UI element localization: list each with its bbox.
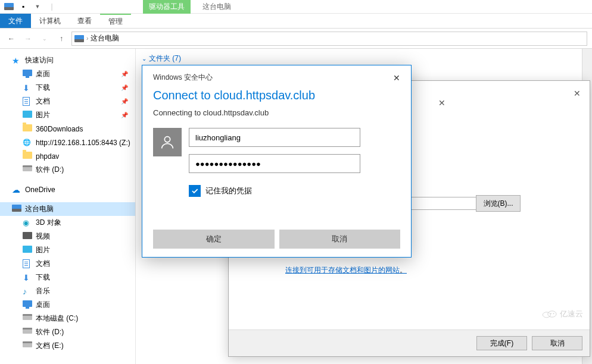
close-icon[interactable]: ✕ [393, 73, 400, 83]
user-avatar-icon [153, 128, 182, 156]
credentials-dialog: Windows 安全中心 ✕ Connect to cloud.httpsdav… [142, 65, 412, 258]
pin-icon: 📌 [121, 98, 128, 105]
address-bar-row: ← → ⌄ ↑ › 这台电脑 [0, 29, 592, 49]
window-title: 这台电脑 [202, 2, 231, 12]
pic-icon [23, 246, 32, 255]
tree-item[interactable]: 桌面📌 [0, 67, 135, 81]
quick-access-toolbar: ▪ ▼ | [0, 0, 61, 13]
wizard-inner-close-icon[interactable]: ✕ [434, 95, 450, 111]
breadcrumb-sep-icon: › [86, 35, 88, 42]
finish-button[interactable]: 完成(F) [476, 336, 527, 350]
wizard-cancel-button[interactable]: 取消 [532, 336, 582, 350]
svg-point-0 [164, 137, 170, 142]
qat-separator: | [45, 0, 58, 13]
remember-checkbox[interactable] [189, 185, 201, 197]
storage-link[interactable]: 连接到可用于存储文档和图片的网站 [285, 265, 407, 275]
music-icon: ♪ [23, 287, 32, 296]
app-icon[interactable] [2, 0, 15, 13]
tree-item[interactable]: ⬇下载📌 [0, 81, 135, 95]
tree-item[interactable]: ◉3D 对象 [0, 216, 135, 230]
download-icon: ⬇ [23, 83, 32, 93]
doc-icon [23, 97, 32, 106]
dialog-heading: Connect to cloud.httpsdav.club [142, 85, 411, 108]
tree-item[interactable]: 桌面 [0, 298, 135, 312]
doc-icon [23, 259, 32, 269]
nav-forward-icon[interactable]: → [21, 32, 35, 45]
svg-point-2 [548, 311, 556, 317]
nav-recent-icon[interactable]: ⌄ [38, 32, 51, 45]
qat-dropdown-icon[interactable]: ▼ [31, 0, 44, 13]
folder-icon [23, 124, 32, 134]
tab-manage[interactable]: 管理 [100, 14, 131, 28]
star-icon: ★ [12, 56, 21, 65]
pc-icon [74, 35, 84, 42]
cancel-button[interactable]: 取消 [279, 230, 401, 249]
folder-group-header[interactable]: ⌄ 文件夹 (7) [142, 51, 586, 66]
ok-button[interactable]: 确定 [153, 230, 275, 249]
tree-item[interactable]: 文档 [0, 257, 135, 271]
drive-icon [23, 341, 32, 351]
svg-point-4 [553, 313, 554, 314]
onedrive-icon: ☁ [12, 185, 21, 194]
tree-item[interactable]: ⬇下载 [0, 271, 135, 284]
desktop-icon [23, 70, 32, 79]
breadcrumb-location[interactable]: 这台电脑 [91, 33, 119, 43]
address-bar[interactable]: › 这台电脑 [71, 32, 587, 46]
pin-icon: 📌 [121, 71, 128, 77]
tree-item[interactable]: 🌐http://192.168.1.105:8443 (Z:) [0, 136, 135, 149]
tree-item[interactable]: 软件 (D:) [0, 163, 135, 177]
tab-view[interactable]: 查看 [69, 14, 100, 28]
pic-icon [23, 111, 32, 120]
tab-file[interactable]: 文件 [0, 14, 31, 28]
tree-item[interactable]: 文档📌 [0, 95, 135, 108]
tab-computer[interactable]: 计算机 [31, 14, 69, 28]
tree-item[interactable]: ♪音乐 [0, 284, 135, 298]
wizard-close-icon[interactable]: ✕ [569, 86, 585, 101]
watermark: 亿速云 [542, 309, 583, 319]
net-icon: 🌐 [23, 138, 32, 148]
titlebar: ▪ ▼ | 驱动器工具 这台电脑 [0, 0, 592, 14]
remember-credentials-row[interactable]: 记住我的凭据 [142, 180, 411, 197]
password-input[interactable] [189, 154, 360, 173]
tree-item[interactable]: 文档 (E:) [0, 339, 135, 353]
drive-icon [23, 165, 32, 175]
remember-label: 记住我的凭据 [205, 186, 252, 196]
download-icon: ⬇ [23, 273, 32, 283]
tree-item[interactable]: 软件 (D:) [0, 325, 135, 339]
tree-item[interactable]: 视频 [0, 230, 135, 243]
chevron-down-icon: ⌄ [142, 55, 147, 62]
pin-icon: 📌 [121, 112, 128, 118]
dialog-title: Windows 安全中心 [153, 73, 213, 83]
tree-item[interactable]: 图片 [0, 243, 135, 257]
desktop-icon [23, 300, 32, 310]
pin-icon: 📌 [121, 84, 128, 91]
navigation-tree: ★ 快速访问 桌面📌⬇下载📌文档📌图片📌360Downloads🌐http://… [0, 49, 136, 364]
tree-this-pc[interactable]: 这台电脑 [0, 202, 135, 216]
svg-point-3 [550, 313, 552, 314]
tree-item[interactable]: phpdav [0, 149, 135, 163]
tree-item[interactable]: 图片📌 [0, 108, 135, 122]
tree-quick-access[interactable]: ★ 快速访问 [0, 54, 135, 67]
qat-properties-icon[interactable]: ▪ [17, 0, 30, 13]
drive-icon [23, 314, 32, 324]
browse-button[interactable]: 浏览(B)... [476, 195, 521, 212]
tree-onedrive[interactable]: ☁ OneDrive [0, 183, 135, 196]
nav-back-icon[interactable]: ← [5, 32, 18, 45]
wizard-footer: 完成(F) 取消 [229, 330, 590, 356]
dialog-subheading: Connecting to cloud.httpsdav.club [142, 108, 411, 128]
tree-item[interactable]: 本地磁盘 (C:) [0, 312, 135, 325]
nav-up-icon[interactable]: ↑ [55, 32, 68, 45]
folder-icon [23, 152, 32, 161]
contextual-tab-label: 驱动器工具 [143, 0, 191, 14]
pc-icon [12, 205, 21, 214]
drive-icon [23, 328, 32, 337]
3d-icon: ◉ [23, 218, 32, 228]
tree-item[interactable]: 360Downloads [0, 122, 135, 136]
username-input[interactable] [189, 128, 360, 147]
ribbon-tabs: 文件 计算机 查看 管理 [0, 14, 592, 29]
video-icon [23, 232, 32, 241]
